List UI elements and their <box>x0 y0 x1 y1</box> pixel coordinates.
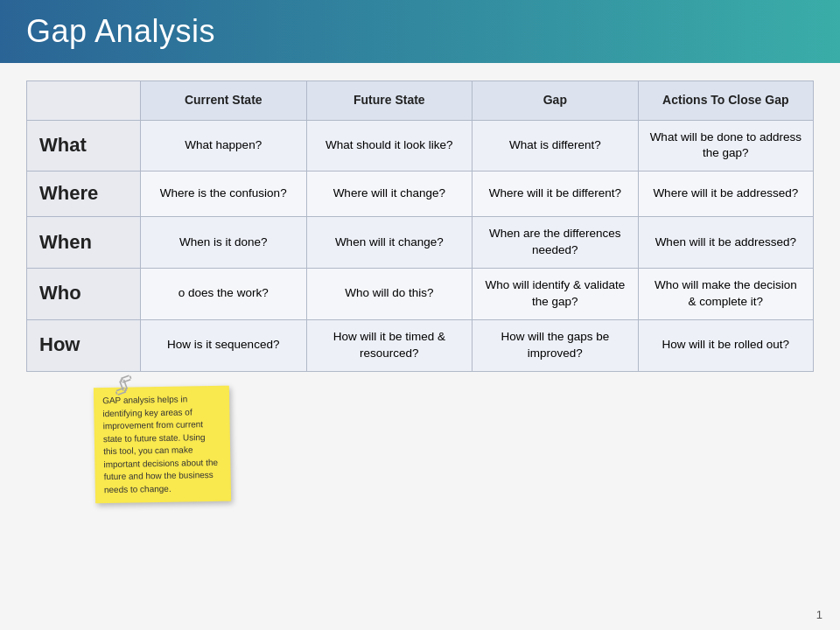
row-when-current: When is it done? <box>140 217 306 269</box>
row-what-future: What should it look like? <box>306 120 472 172</box>
row-when-actions: When will it be addressed? <box>638 217 813 269</box>
gap-analysis-table: Current State Future State Gap Actions T… <box>26 80 814 372</box>
row-how-current: How is it sequenced? <box>140 319 306 371</box>
table-row: Whoo does the work?Who will do this?Who … <box>27 268 814 319</box>
row-how-gap: How will the gaps be improved? <box>472 319 639 371</box>
row-who-actions: Who will make the decision & complete it… <box>638 268 813 319</box>
row-what-actions: What will be done to address the gap? <box>638 120 813 172</box>
table-header-row: Current State Future State Gap Actions T… <box>27 81 814 121</box>
row-who-gap: Who will identify & validate the gap? <box>472 268 639 319</box>
row-label-what: What <box>27 120 141 172</box>
table-row: WhatWhat happen?What should it look like… <box>27 120 814 172</box>
row-how-actions: How will it be rolled out? <box>638 319 813 371</box>
table-row: HowHow is it sequenced?How will it be ti… <box>27 319 814 371</box>
header-actions: Actions To Close Gap <box>638 81 813 121</box>
row-where-actions: Where will it be addressed? <box>638 172 813 217</box>
row-when-future: When will it change? <box>306 217 472 269</box>
sticky-note-text: GAP analysis helps in identifying key ar… <box>102 394 218 494</box>
row-where-current: Where is the confusion? <box>140 172 306 217</box>
row-label-how: How <box>27 319 141 371</box>
table-row: WhenWhen is it done?When will it change?… <box>27 217 814 269</box>
row-what-current: What happen? <box>140 120 306 172</box>
row-where-gap: Where will it be different? <box>472 172 639 217</box>
header-future-state: Future State <box>306 81 472 121</box>
page-number: 1 <box>816 608 822 621</box>
row-who-future: Who will do this? <box>306 268 472 319</box>
sticky-note: GAP analysis helps in identifying key ar… <box>94 386 231 504</box>
row-label-where: Where <box>27 172 141 217</box>
row-label-who: Who <box>27 268 141 319</box>
row-where-future: Where will it change? <box>306 172 472 217</box>
row-when-gap: When are the differences needed? <box>472 217 639 269</box>
header-gap: Gap <box>472 81 639 121</box>
row-what-gap: What is different? <box>472 120 639 172</box>
header-current-state: Current State <box>140 81 306 121</box>
header-label <box>27 81 141 121</box>
row-how-future: How will it be timed & resourced? <box>306 319 472 371</box>
table-row: WhereWhere is the confusion?Where will i… <box>27 172 814 217</box>
page-title: Gap Analysis <box>26 13 215 50</box>
row-who-current: o does the work? <box>140 268 306 319</box>
header: Gap Analysis <box>0 0 840 63</box>
main-content: Current State Future State Gap Actions T… <box>0 63 840 381</box>
row-label-when: When <box>27 217 141 269</box>
